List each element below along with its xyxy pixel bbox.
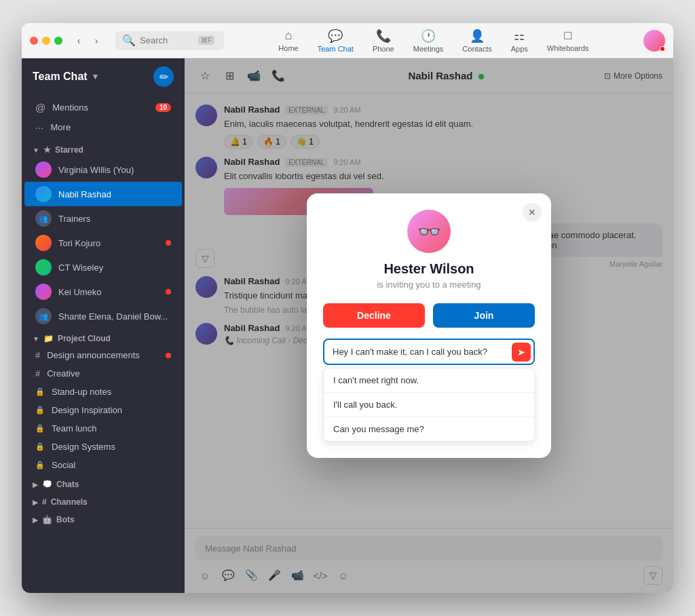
sidebar-item-trainers[interactable]: 👥 Trainers	[24, 206, 182, 231]
sidebar-item-social[interactable]: 🔒 Social	[24, 456, 182, 474]
channels-arrow-icon: ▶	[33, 499, 38, 506]
sidebar: Team Chat ▼ ✏ @ Mentions 10 ··· More ▼	[22, 58, 185, 593]
nav-arrows: ‹ ›	[71, 33, 105, 49]
chats-section-header[interactable]: ▶ 💭 Chats	[22, 474, 185, 492]
chats-label: Chats	[56, 480, 79, 489]
channels-section-header[interactable]: ▶ # Channels	[22, 492, 185, 509]
sidebar-item-standup[interactable]: 🔒 Stand-up notes	[24, 383, 182, 401]
search-bar[interactable]: 🔍 ⌘F	[115, 31, 224, 50]
modal-subtitle: is inviting you to a meeting	[323, 280, 535, 290]
quick-reply-1[interactable]: I can't meet right now.	[324, 368, 534, 393]
quick-replies-list: I can't meet right now. I'll call you ba…	[323, 368, 535, 442]
phone-icon: 📞	[376, 28, 391, 43]
creative-label: Creative	[47, 368, 79, 379]
modal-overlay: ✕ 👓 Hester Wilson is inviting you to a m…	[185, 58, 673, 593]
bots-section-header[interactable]: ▶ 🤖 Bots	[22, 509, 185, 527]
chevron-down-icon: ▼	[92, 72, 100, 81]
tori-unread-dot	[166, 240, 171, 246]
main-content: Team Chat ▼ ✏ @ Mentions 10 ··· More ▼	[22, 58, 673, 593]
maximize-button[interactable]	[54, 37, 62, 45]
design-inspiration-label: Design Inspiration	[52, 405, 122, 415]
sidebar-item-team-lunch[interactable]: 🔒 Team lunch	[24, 419, 182, 438]
channels-hash-icon: #	[42, 497, 47, 507]
nav-teamchat[interactable]: 💬 Team Chat	[309, 26, 362, 56]
sidebar-item-kei[interactable]: Kei Umeko	[24, 280, 182, 304]
sidebar-title[interactable]: Team Chat ▼	[33, 71, 100, 83]
modal-close-button[interactable]: ✕	[523, 203, 542, 222]
nav-teamchat-label: Team Chat	[318, 45, 354, 53]
compose-button[interactable]: ✏	[153, 66, 174, 87]
search-shortcut: ⌘F	[198, 36, 214, 45]
back-button[interactable]: ‹	[71, 33, 87, 49]
avatar[interactable]	[643, 30, 665, 52]
avatar-tori	[35, 235, 52, 251]
project-cloud-label: Project Cloud	[58, 334, 111, 343]
kei-name: Kei Umeko	[58, 287, 102, 297]
close-button[interactable]	[30, 37, 38, 45]
meetings-icon: 🕐	[421, 28, 436, 43]
bots-label: Bots	[56, 515, 75, 524]
search-input[interactable]	[140, 35, 194, 45]
tori-name: Tori Kojuro	[58, 238, 100, 248]
design-unread-dot	[166, 353, 171, 358]
sidebar-item-tori[interactable]: Tori Kojuro	[24, 231, 182, 255]
chats-arrow-icon: ▶	[33, 481, 38, 488]
folder-icon: 📁	[43, 334, 54, 343]
social-label: Social	[52, 460, 75, 470]
sidebar-item-ct[interactable]: CT Wiseley	[24, 255, 182, 280]
at-icon: @	[35, 102, 45, 113]
minimize-button[interactable]	[42, 37, 50, 45]
nav-meetings[interactable]: 🕐 Meetings	[405, 26, 452, 56]
sidebar-item-nabil[interactable]: Nabil Rashad	[24, 182, 182, 206]
shante-name: Shante Elena, Daniel Bow...	[58, 311, 168, 322]
nav-contacts[interactable]: 👤 Contacts	[454, 26, 500, 56]
nav-apps-label: Apps	[511, 45, 528, 53]
lock-icon-standup: 🔒	[35, 387, 45, 396]
forward-button[interactable]: ›	[88, 33, 105, 49]
starred-icon: ★	[43, 145, 51, 155]
nav-phone-label: Phone	[373, 45, 394, 53]
sidebar-item-more[interactable]: ··· More	[24, 117, 182, 137]
project-cloud-header[interactable]: ▼ 📁 Project Cloud	[22, 328, 185, 346]
lock-icon-inspiration: 🔒	[35, 406, 45, 415]
avatar-kei	[35, 284, 52, 300]
hash-icon: #	[35, 350, 40, 360]
avatar-shante: 👥	[35, 308, 52, 324]
nav-whiteboards-label: Whiteboards	[547, 44, 589, 52]
bots-icon: 🤖	[42, 515, 52, 524]
nav-contacts-label: Contacts	[462, 45, 491, 53]
nav-home[interactable]: ⌂ Home	[270, 26, 306, 56]
standup-label: Stand-up notes	[52, 387, 111, 397]
quick-reply-3[interactable]: Can you message me?	[324, 417, 534, 441]
whiteboards-icon: □	[564, 28, 571, 43]
nav-whiteboards[interactable]: □ Whiteboards	[539, 26, 597, 56]
sidebar-item-design-announcements[interactable]: # Design announcements	[24, 346, 182, 364]
join-button[interactable]: Join	[433, 303, 535, 328]
sidebar-header: Team Chat ▼ ✏	[22, 58, 185, 95]
starred-section-header[interactable]: ▼ ★ Starred	[22, 140, 185, 157]
sidebar-item-design-inspiration[interactable]: 🔒 Design Inspiration	[24, 401, 182, 419]
mentions-badge: 10	[155, 103, 171, 112]
contacts-icon: 👤	[470, 28, 485, 43]
chat-area: ☆ ⊞ 📹 📞 Nabil Rashad ⊡ More Options	[185, 58, 673, 593]
nav-phone[interactable]: 📞 Phone	[364, 26, 402, 56]
sidebar-item-virginia[interactable]: Virginia Willis (You)	[24, 157, 182, 182]
ct-name: CT Wiseley	[58, 263, 103, 273]
nav-apps[interactable]: ⚏ Apps	[503, 26, 536, 56]
home-icon: ⌂	[285, 28, 293, 43]
quick-reply-2[interactable]: I'll call you back.	[324, 393, 534, 417]
app-window: ‹ › 🔍 ⌘F ⌂ Home 💬 Team Chat 📞 Phone 🕐	[22, 23, 673, 593]
sidebar-item-design-systems[interactable]: 🔒 Design Systems	[24, 438, 182, 456]
starred-label: Starred	[55, 145, 83, 155]
modal-input-wrapper: ➤	[323, 339, 535, 365]
modal-send-button[interactable]: ➤	[512, 343, 531, 362]
sidebar-item-creative[interactable]: # Creative	[24, 364, 182, 383]
sidebar-item-mentions[interactable]: @ Mentions 10	[24, 98, 182, 117]
chats-bubble-icon: 💭	[42, 480, 52, 489]
sidebar-item-shante[interactable]: 👥 Shante Elena, Daniel Bow...	[24, 304, 182, 328]
decline-button[interactable]: Decline	[323, 303, 425, 328]
caller-avatar: 👓	[407, 210, 451, 253]
mentions-label: Mentions	[52, 102, 88, 113]
more-label: More	[51, 122, 71, 132]
modal-reply-input[interactable]	[323, 339, 535, 365]
